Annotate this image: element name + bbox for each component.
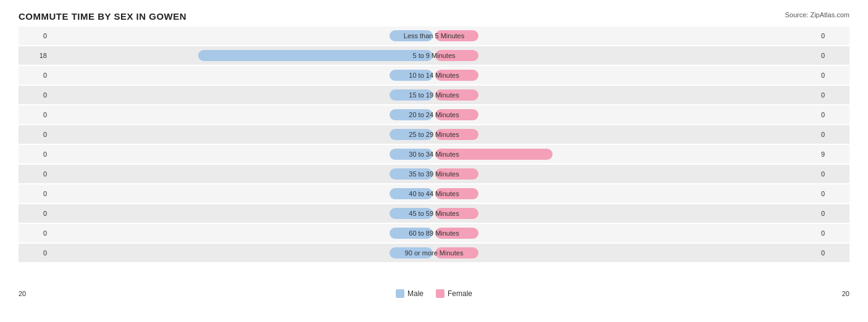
chart-container: COMMUTE TIME BY SEX IN GOWEN Source: Zip…: [0, 0, 868, 322]
right-value: 0: [819, 111, 849, 118]
male-bar-wrap: [49, 66, 434, 85]
bars-center: 5 to 9 Minutes: [49, 46, 819, 65]
male-bar: [390, 70, 433, 81]
female-bar: [435, 109, 478, 120]
chart-title: COMMUTE TIME BY SEX IN GOWEN: [19, 11, 186, 22]
female-bar-wrap: [434, 224, 819, 242]
bars-center: 20 to 24 Minutes: [49, 105, 819, 124]
female-bar: [435, 70, 478, 81]
male-bar-wrap: [49, 184, 434, 203]
male-bar-wrap: [49, 224, 434, 242]
bar-row: 015 to 19 Minutes0: [19, 86, 849, 104]
male-bar-wrap: [49, 27, 434, 45]
female-bar: [435, 30, 478, 41]
female-bar-wrap: [434, 86, 819, 104]
left-value: 0: [19, 32, 49, 39]
male-bar: [390, 89, 433, 101]
female-bar: [435, 149, 553, 160]
title-row: COMMUTE TIME BY SEX IN GOWEN Source: Zip…: [19, 11, 849, 22]
axis-left: 20: [19, 290, 37, 297]
female-bar: [435, 89, 478, 101]
right-value: 0: [819, 190, 849, 197]
female-bar: [435, 247, 478, 258]
right-value: 0: [819, 72, 849, 79]
bar-row: 040 to 44 Minutes0: [19, 184, 849, 203]
female-bar-wrap: [434, 46, 819, 65]
male-bar: [390, 168, 433, 180]
male-bar-wrap: [49, 165, 434, 183]
bars-center: Less than 5 Minutes: [49, 27, 819, 45]
male-bar-wrap: [49, 145, 434, 163]
male-bar: [390, 149, 433, 160]
right-value: 0: [819, 229, 849, 237]
female-label: Female: [448, 289, 472, 298]
bar-row: 090 or more Minutes0: [19, 244, 849, 262]
male-bar: [390, 109, 433, 120]
bar-row: 035 to 39 Minutes0: [19, 165, 849, 183]
female-bar-wrap: [434, 145, 819, 163]
female-bar-wrap: [434, 184, 819, 203]
bars-center: 10 to 14 Minutes: [49, 66, 819, 85]
female-bar: [435, 129, 478, 140]
bar-row: 010 to 14 Minutes0: [19, 66, 849, 85]
male-bar: [390, 208, 433, 219]
axis-right: 20: [831, 290, 849, 297]
female-bar: [435, 168, 478, 180]
left-value: 0: [19, 131, 49, 138]
left-value: 0: [19, 229, 49, 237]
bars-center: 40 to 44 Minutes: [49, 184, 819, 203]
left-value: 0: [19, 151, 49, 158]
right-value: 0: [819, 91, 849, 99]
bar-row: 060 to 89 Minutes0: [19, 224, 849, 242]
bars-center: 30 to 34 Minutes: [49, 145, 819, 163]
male-bar: [390, 129, 433, 140]
male-bar: [390, 188, 433, 199]
bar-row: 045 to 59 Minutes0: [19, 204, 849, 223]
left-value: 0: [19, 170, 49, 178]
left-value: 0: [19, 190, 49, 197]
right-value: 0: [819, 210, 849, 217]
male-bar-wrap: [49, 244, 434, 262]
bar-row: 0Less than 5 Minutes0: [19, 27, 849, 45]
male-bar-wrap: [49, 204, 434, 223]
right-value: 0: [819, 32, 849, 39]
bars-area: 0Less than 5 Minutes0185 to 9 Minutes001…: [19, 27, 849, 286]
right-value: 0: [819, 131, 849, 138]
male-bar-wrap: [49, 46, 434, 65]
bars-center: 60 to 89 Minutes: [49, 224, 819, 242]
legend-row: 20 Male Female 20: [19, 289, 849, 298]
legend-female: Female: [436, 289, 472, 298]
left-value: 0: [19, 210, 49, 217]
right-value: 0: [819, 170, 849, 178]
male-bar: [390, 228, 433, 239]
left-value: 0: [19, 111, 49, 118]
source-text: Source: ZipAtlas.com: [785, 11, 849, 19]
right-value: 9: [819, 151, 849, 158]
bar-row: 030 to 34 Minutes9: [19, 145, 849, 163]
bars-center: 35 to 39 Minutes: [49, 165, 819, 183]
left-value: 0: [19, 249, 49, 257]
male-bar-wrap: [49, 105, 434, 124]
left-value: 0: [19, 72, 49, 79]
bars-center: 25 to 29 Minutes: [49, 125, 819, 144]
female-bar: [435, 228, 478, 239]
female-bar: [435, 188, 478, 199]
female-bar: [435, 50, 478, 61]
female-bar-wrap: [434, 165, 819, 183]
right-value: 0: [819, 52, 849, 59]
bar-row: 020 to 24 Minutes0: [19, 105, 849, 124]
bars-center: 45 to 59 Minutes: [49, 204, 819, 223]
male-label: Male: [407, 289, 424, 298]
male-bar: [390, 30, 433, 41]
female-bar-wrap: [434, 27, 819, 45]
female-bar: [435, 208, 478, 219]
legend-male: Male: [396, 289, 424, 298]
male-bar-wrap: [49, 86, 434, 104]
bar-row: 185 to 9 Minutes0: [19, 46, 849, 65]
female-bar-wrap: [434, 66, 819, 85]
female-bar-wrap: [434, 105, 819, 124]
female-bar-wrap: [434, 244, 819, 262]
male-bar: [390, 247, 433, 258]
right-value: 0: [819, 249, 849, 257]
left-value: 0: [19, 91, 49, 99]
